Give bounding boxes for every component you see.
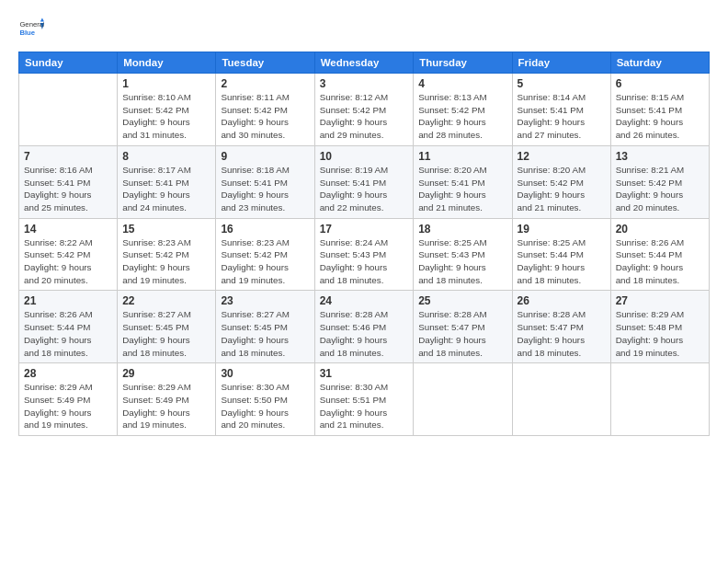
calendar-cell: 24Sunrise: 8:28 AM Sunset: 5:46 PM Dayli… [314,291,414,363]
calendar-week-3: 21Sunrise: 8:26 AM Sunset: 5:44 PM Dayli… [19,291,710,363]
logo: General Blue [18,17,48,42]
calendar-cell [414,363,512,436]
day-info: Sunrise: 8:23 AM Sunset: 5:42 PM Dayligh… [221,236,309,287]
calendar-cell: 17Sunrise: 8:24 AM Sunset: 5:43 PM Dayli… [314,218,414,291]
calendar-cell: 8Sunrise: 8:17 AM Sunset: 5:41 PM Daylig… [118,145,216,218]
calendar-cell: 23Sunrise: 8:27 AM Sunset: 5:45 PM Dayli… [216,291,314,363]
day-info: Sunrise: 8:26 AM Sunset: 5:44 PM Dayligh… [616,236,704,287]
day-info: Sunrise: 8:17 AM Sunset: 5:41 PM Dayligh… [122,164,210,214]
calendar-header-wednesday: Wednesday [314,52,414,74]
day-info: Sunrise: 8:23 AM Sunset: 5:42 PM Dayligh… [122,236,210,287]
day-info: Sunrise: 8:14 AM Sunset: 5:41 PM Dayligh… [518,91,606,142]
day-number: 1 [122,77,210,90]
day-number: 8 [122,150,210,163]
day-info: Sunrise: 8:25 AM Sunset: 5:44 PM Dayligh… [518,236,606,287]
day-number: 16 [221,223,309,236]
day-info: Sunrise: 8:10 AM Sunset: 5:42 PM Dayligh… [122,91,210,142]
day-info: Sunrise: 8:22 AM Sunset: 5:42 PM Dayligh… [24,236,112,287]
calendar-cell: 2Sunrise: 8:11 AM Sunset: 5:42 PM Daylig… [216,74,314,146]
day-number: 3 [320,77,409,90]
calendar-cell [19,74,118,146]
day-number: 15 [122,223,210,236]
day-info: Sunrise: 8:20 AM Sunset: 5:41 PM Dayligh… [418,164,506,214]
calendar-cell: 5Sunrise: 8:14 AM Sunset: 5:41 PM Daylig… [512,74,610,146]
day-info: Sunrise: 8:30 AM Sunset: 5:50 PM Dayligh… [221,381,309,431]
calendar-cell: 6Sunrise: 8:15 AM Sunset: 5:41 PM Daylig… [610,74,709,146]
day-number: 11 [418,150,506,163]
calendar-week-2: 14Sunrise: 8:22 AM Sunset: 5:42 PM Dayli… [19,218,710,291]
calendar-cell: 22Sunrise: 8:27 AM Sunset: 5:45 PM Dayli… [118,291,216,363]
logo-icon: General Blue [18,17,44,42]
calendar-table: SundayMondayTuesdayWednesdayThursdayFrid… [18,52,710,436]
calendar-cell: 19Sunrise: 8:25 AM Sunset: 5:44 PM Dayli… [512,218,610,291]
day-number: 7 [24,150,112,163]
day-info: Sunrise: 8:29 AM Sunset: 5:48 PM Dayligh… [616,308,704,359]
day-info: Sunrise: 8:27 AM Sunset: 5:45 PM Dayligh… [221,308,309,359]
day-info: Sunrise: 8:28 AM Sunset: 5:46 PM Dayligh… [320,308,409,359]
day-number: 12 [518,150,606,163]
day-number: 24 [320,294,409,307]
day-number: 2 [221,77,309,90]
calendar-header-friday: Friday [512,52,610,74]
day-info: Sunrise: 8:27 AM Sunset: 5:45 PM Dayligh… [122,308,210,359]
day-info: Sunrise: 8:29 AM Sunset: 5:49 PM Dayligh… [24,381,112,431]
calendar-cell: 30Sunrise: 8:30 AM Sunset: 5:50 PM Dayli… [216,363,314,436]
day-info: Sunrise: 8:20 AM Sunset: 5:42 PM Dayligh… [518,164,606,214]
day-number: 13 [616,150,704,163]
calendar-cell: 25Sunrise: 8:28 AM Sunset: 5:47 PM Dayli… [414,291,512,363]
day-number: 29 [122,367,210,380]
calendar-week-4: 28Sunrise: 8:29 AM Sunset: 5:49 PM Dayli… [19,363,710,436]
day-info: Sunrise: 8:16 AM Sunset: 5:41 PM Dayligh… [24,164,112,214]
calendar-week-0: 1Sunrise: 8:10 AM Sunset: 5:42 PM Daylig… [19,74,710,146]
calendar-cell: 1Sunrise: 8:10 AM Sunset: 5:42 PM Daylig… [118,74,216,146]
day-number: 18 [418,223,506,236]
calendar-cell: 20Sunrise: 8:26 AM Sunset: 5:44 PM Dayli… [610,218,709,291]
calendar-header-saturday: Saturday [610,52,709,74]
calendar-cell: 9Sunrise: 8:18 AM Sunset: 5:41 PM Daylig… [216,145,314,218]
calendar-cell: 11Sunrise: 8:20 AM Sunset: 5:41 PM Dayli… [414,145,512,218]
day-number: 17 [320,223,409,236]
calendar-cell: 28Sunrise: 8:29 AM Sunset: 5:49 PM Dayli… [19,363,118,436]
calendar-cell: 15Sunrise: 8:23 AM Sunset: 5:42 PM Dayli… [118,218,216,291]
calendar-cell: 4Sunrise: 8:13 AM Sunset: 5:42 PM Daylig… [414,74,512,146]
page: General Blue SundayMondayTuesdayWednesda… [0,0,728,563]
calendar-cell: 13Sunrise: 8:21 AM Sunset: 5:42 PM Dayli… [610,145,709,218]
calendar-cell: 18Sunrise: 8:25 AM Sunset: 5:43 PM Dayli… [414,218,512,291]
day-number: 9 [221,150,309,163]
calendar-cell: 12Sunrise: 8:20 AM Sunset: 5:42 PM Dayli… [512,145,610,218]
calendar-cell: 10Sunrise: 8:19 AM Sunset: 5:41 PM Dayli… [314,145,414,218]
day-info: Sunrise: 8:21 AM Sunset: 5:42 PM Dayligh… [616,164,704,214]
day-number: 26 [518,294,606,307]
svg-marker-2 [40,17,44,21]
day-info: Sunrise: 8:15 AM Sunset: 5:41 PM Dayligh… [616,91,704,142]
calendar-cell: 7Sunrise: 8:16 AM Sunset: 5:41 PM Daylig… [19,145,118,218]
day-info: Sunrise: 8:28 AM Sunset: 5:47 PM Dayligh… [418,308,506,359]
calendar-header-sunday: Sunday [19,52,118,74]
day-number: 4 [418,77,506,90]
calendar-cell [512,363,610,436]
day-info: Sunrise: 8:19 AM Sunset: 5:41 PM Dayligh… [320,164,409,214]
day-info: Sunrise: 8:18 AM Sunset: 5:41 PM Dayligh… [221,164,309,214]
calendar-cell: 26Sunrise: 8:28 AM Sunset: 5:47 PM Dayli… [512,291,610,363]
day-info: Sunrise: 8:11 AM Sunset: 5:42 PM Dayligh… [221,91,309,142]
calendar-cell: 31Sunrise: 8:30 AM Sunset: 5:51 PM Dayli… [314,363,414,436]
day-info: Sunrise: 8:13 AM Sunset: 5:42 PM Dayligh… [418,91,506,142]
day-number: 31 [320,367,409,380]
day-info: Sunrise: 8:29 AM Sunset: 5:49 PM Dayligh… [122,381,210,431]
calendar-week-1: 7Sunrise: 8:16 AM Sunset: 5:41 PM Daylig… [19,145,710,218]
day-info: Sunrise: 8:24 AM Sunset: 5:43 PM Dayligh… [320,236,409,287]
calendar-cell [610,363,709,436]
day-number: 20 [616,223,704,236]
calendar-cell: 27Sunrise: 8:29 AM Sunset: 5:48 PM Dayli… [610,291,709,363]
day-info: Sunrise: 8:28 AM Sunset: 5:47 PM Dayligh… [518,308,606,359]
calendar-header-row: SundayMondayTuesdayWednesdayThursdayFrid… [19,52,710,74]
day-info: Sunrise: 8:26 AM Sunset: 5:44 PM Dayligh… [24,308,112,359]
day-number: 25 [418,294,506,307]
calendar-cell: 21Sunrise: 8:26 AM Sunset: 5:44 PM Dayli… [19,291,118,363]
day-number: 22 [122,294,210,307]
day-number: 5 [518,77,606,90]
day-number: 27 [616,294,704,307]
day-number: 6 [616,77,704,90]
day-info: Sunrise: 8:30 AM Sunset: 5:51 PM Dayligh… [320,381,409,431]
day-info: Sunrise: 8:12 AM Sunset: 5:42 PM Dayligh… [320,91,409,142]
